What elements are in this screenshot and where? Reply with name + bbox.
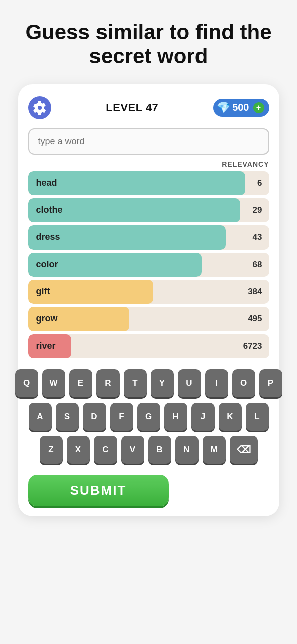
key-o[interactable]: O	[232, 369, 255, 397]
list-item[interactable]: gift384	[28, 280, 269, 304]
word-input[interactable]	[28, 128, 269, 155]
add-gems-button[interactable]: +	[253, 102, 264, 113]
key-j[interactable]: J	[191, 403, 215, 431]
key-u[interactable]: U	[178, 369, 201, 397]
word-list: head6clothe29dress43color68gift384grow49…	[28, 171, 269, 358]
key-p[interactable]: P	[259, 369, 282, 397]
key-m[interactable]: M	[203, 436, 226, 464]
word-score: 43	[253, 232, 262, 243]
card-header: LEVEL 47 💎 500 +	[28, 96, 269, 119]
word-label: grow	[28, 313, 58, 324]
key-v[interactable]: V	[121, 436, 144, 464]
list-item[interactable]: river6723	[28, 334, 269, 358]
game-card: LEVEL 47 💎 500 + RELEVANCY head6clothe29…	[18, 84, 279, 516]
key-d[interactable]: D	[83, 403, 106, 431]
key-x[interactable]: X	[67, 436, 90, 464]
key-e[interactable]: E	[69, 369, 92, 397]
word-label: dress	[28, 232, 60, 243]
key-i[interactable]: I	[205, 369, 228, 397]
key-y[interactable]: Y	[151, 369, 174, 397]
keyboard-row-2: ASDFGHJKL	[29, 403, 269, 431]
gems-count: 500	[232, 102, 249, 113]
word-score: 29	[253, 205, 262, 215]
submit-button[interactable]: SUBMIT	[28, 475, 169, 506]
relevancy-header: RELEVANCY	[28, 160, 269, 168]
keyboard-row-3: ZXCVBNM⌫	[40, 436, 258, 464]
key-f[interactable]: F	[110, 403, 133, 431]
list-item[interactable]: dress43	[28, 225, 269, 250]
word-label: clothe	[28, 205, 63, 215]
word-score: 6723	[243, 341, 262, 351]
word-score: 68	[253, 260, 262, 270]
keyboard: QWERTYUIOP ASDFGHJKL ZXCVBNM⌫	[28, 369, 269, 464]
key-z[interactable]: Z	[40, 436, 63, 464]
key-h[interactable]: H	[164, 403, 187, 431]
word-score: 495	[248, 314, 262, 324]
key-c[interactable]: C	[94, 436, 117, 464]
keyboard-row-1: QWERTYUIOP	[15, 369, 282, 397]
page-title: Guess similar to find the secret word	[0, 20, 297, 69]
word-label: color	[28, 259, 58, 270]
word-score: 6	[257, 178, 262, 188]
list-item[interactable]: head6	[28, 171, 269, 195]
key-q[interactable]: Q	[15, 369, 38, 397]
key-t[interactable]: T	[124, 369, 147, 397]
key-s[interactable]: S	[56, 403, 79, 431]
list-item[interactable]: grow495	[28, 307, 269, 331]
key-l[interactable]: L	[246, 403, 269, 431]
backspace-key[interactable]: ⌫	[230, 436, 258, 464]
key-g[interactable]: G	[137, 403, 160, 431]
word-label: head	[28, 178, 57, 188]
key-n[interactable]: N	[175, 436, 199, 464]
key-k[interactable]: K	[219, 403, 242, 431]
gem-icon: 💎	[217, 101, 230, 114]
key-a[interactable]: A	[29, 403, 52, 431]
key-b[interactable]: B	[148, 436, 171, 464]
gear-icon	[33, 101, 47, 115]
gems-badge: 💎 500 +	[213, 99, 269, 117]
level-label: LEVEL 47	[106, 101, 158, 114]
key-w[interactable]: W	[42, 369, 65, 397]
word-score: 384	[248, 287, 262, 297]
key-r[interactable]: R	[96, 369, 120, 397]
list-item[interactable]: color68	[28, 253, 269, 277]
list-item[interactable]: clothe29	[28, 198, 269, 222]
settings-button[interactable]	[28, 96, 51, 119]
word-label: gift	[28, 286, 50, 297]
word-label: river	[28, 341, 56, 351]
